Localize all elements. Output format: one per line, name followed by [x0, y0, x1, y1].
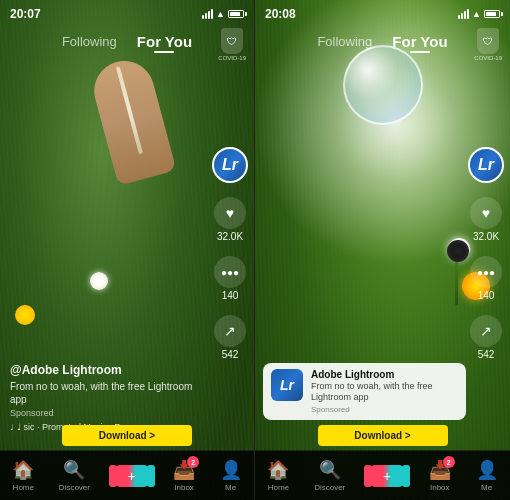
bubble-visual [343, 45, 423, 125]
nav-me-right[interactable]: 👤 Me [476, 459, 498, 492]
wifi-icon: ▲ [216, 9, 225, 19]
nav-home-right[interactable]: 🏠 Home [267, 459, 289, 492]
signal-icon-right [458, 9, 469, 19]
heart-icon-left: ♥ [214, 197, 246, 229]
top-nav-left: Following For You [0, 28, 254, 55]
home-label-left: Home [13, 483, 34, 492]
battery-icon [228, 10, 244, 18]
inbox-badge-right: 2 [443, 456, 455, 468]
like-button-right[interactable]: ♥ 32.0K [470, 197, 502, 242]
discover-icon-left: 🔍 [63, 459, 85, 481]
covid-label-right: COVID-19 [474, 55, 502, 61]
right-phone-panel: 20:08 ▲ Following For You 🛡 COVID-19 Lr [255, 0, 510, 500]
share-icon-right: ↗ [470, 315, 502, 347]
action-buttons-left: Lr ♥ 32.0K ●●● 140 ↗ 542 [212, 147, 248, 360]
white-flower-left [90, 272, 108, 290]
share-icon-left: ↗ [214, 315, 246, 347]
wifi-icon-right: ▲ [472, 9, 481, 19]
nav-home-left[interactable]: 🏠 Home [12, 459, 34, 492]
ad-description: From no to woah, with the free Lightroom… [311, 381, 458, 404]
covid-badge-right[interactable]: 🛡 COVID-19 [474, 28, 502, 61]
bottom-nav-left: 🏠 Home 🔍 Discover + 📥 2 Inbox 👤 Me [0, 450, 254, 500]
covid-shield-right: 🛡 [477, 28, 499, 54]
following-tab-right[interactable]: Following [317, 34, 372, 49]
status-bar-left: 20:07 ▲ [0, 0, 254, 28]
inbox-label-left: Inbox [174, 483, 194, 492]
covid-shield-left: 🛡 [221, 28, 243, 54]
home-icon-right: 🏠 [267, 459, 289, 481]
heart-icon-right: ♥ [470, 197, 502, 229]
music-note-icon-left: ♩ [10, 423, 14, 432]
inbox-label-right: Inbox [430, 483, 450, 492]
covid-label-left: COVID-19 [218, 55, 246, 61]
add-icon-left: + [115, 465, 149, 487]
like-count-right: 32.0K [473, 231, 499, 242]
battery-icon-right [484, 10, 500, 18]
home-label-right: Home [268, 483, 289, 492]
bottom-nav-right: 🏠 Home 🔍 Discover + 📥 2 Inbox 👤 Me [255, 450, 510, 500]
description-left: From no to woah, with the free Lightroom… [10, 380, 200, 406]
daisy-center [447, 240, 469, 262]
download-button-right[interactable]: Download > [318, 425, 448, 446]
flower-stem [455, 255, 458, 305]
ad-banner-right: Lr Adobe Lightroom From no to woah, with… [263, 363, 466, 420]
comment-button-left[interactable]: ●●● 140 [214, 256, 246, 301]
action-buttons-right: Lr ♥ 32.0K ●●● 140 ↗ 542 [468, 147, 504, 360]
share-button-left[interactable]: ↗ 542 [214, 315, 246, 360]
share-count-right: 542 [478, 349, 495, 360]
covid-badge-left[interactable]: 🛡 COVID-19 [218, 28, 246, 61]
author-left: @Adobe Lightroom [10, 363, 200, 377]
discover-icon-right: 🔍 [319, 459, 341, 481]
status-icons-left: ▲ [202, 9, 244, 19]
home-icon-left: 🏠 [12, 459, 34, 481]
sponsored-left: Sponsored [10, 408, 200, 418]
add-icon-right: + [370, 465, 404, 487]
share-count-left: 542 [222, 349, 239, 360]
comment-icon-right: ●●● [470, 256, 502, 288]
time-left: 20:07 [10, 7, 41, 21]
lr-profile-button-left[interactable]: Lr [212, 147, 248, 183]
comment-icon-left: ●●● [214, 256, 246, 288]
bottom-info-left: @Adobe Lightroom From no to woah, with t… [0, 363, 210, 432]
me-label-left: Me [225, 483, 236, 492]
ad-text-block: Adobe Lightroom From no to woah, with th… [311, 369, 458, 414]
nav-add-left[interactable]: + [115, 465, 149, 487]
comment-count-left: 140 [222, 290, 239, 301]
nav-discover-left[interactable]: 🔍 Discover [59, 459, 90, 492]
nav-inbox-left[interactable]: 📥 2 Inbox [173, 459, 195, 492]
nav-discover-right[interactable]: 🔍 Discover [314, 459, 345, 492]
status-icons-right: ▲ [458, 9, 500, 19]
download-button-left[interactable]: Download > [62, 425, 192, 446]
following-tab-left[interactable]: Following [62, 34, 117, 49]
left-phone-panel: 20:07 ▲ Following For You 🛡 COVID-19 Lr [0, 0, 255, 500]
time-right: 20:08 [265, 7, 296, 21]
discover-label-left: Discover [59, 483, 90, 492]
inbox-badge-left: 2 [187, 456, 199, 468]
foryou-tab-right[interactable]: For You [392, 33, 447, 50]
discover-label-right: Discover [314, 483, 345, 492]
comment-button-right[interactable]: ●●● 140 [470, 256, 502, 301]
nav-inbox-right[interactable]: 📥 2 Inbox [429, 459, 451, 492]
nav-add-right[interactable]: + [370, 465, 404, 487]
me-icon-right: 👤 [476, 459, 498, 481]
yellow-flower-left [15, 305, 35, 325]
comment-count-right: 140 [478, 290, 495, 301]
me-icon-left: 👤 [220, 459, 242, 481]
signal-icon [202, 9, 213, 19]
like-button-left[interactable]: ♥ 32.0K [214, 197, 246, 242]
like-count-left: 32.0K [217, 231, 243, 242]
top-nav-right: Following For You [255, 28, 510, 55]
share-button-right[interactable]: ↗ 542 [470, 315, 502, 360]
ad-lr-logo: Lr [271, 369, 303, 401]
me-label-right: Me [481, 483, 492, 492]
ad-title: Adobe Lightroom [311, 369, 458, 380]
lr-profile-button-right[interactable]: Lr [468, 147, 504, 183]
nav-me-left[interactable]: 👤 Me [220, 459, 242, 492]
foryou-tab-left[interactable]: For You [137, 33, 192, 50]
ad-sponsored: Sponsored [311, 405, 458, 414]
status-bar-right: 20:08 ▲ [255, 0, 510, 28]
